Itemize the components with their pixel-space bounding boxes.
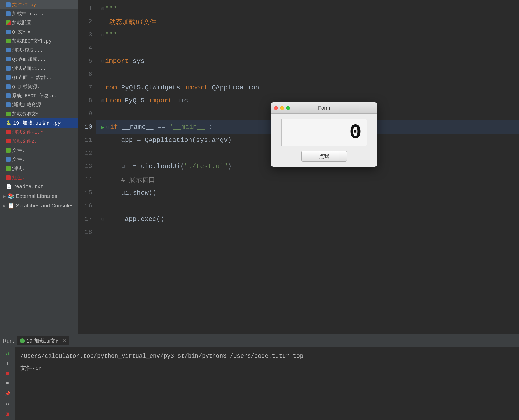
file-icon <box>6 30 11 34</box>
run-tab-icon <box>20 338 25 343</box>
code-line-4 <box>96 41 519 55</box>
close-button[interactable] <box>274 106 278 110</box>
file-icon <box>6 139 11 143</box>
form-titlebar: Form <box>271 102 377 114</box>
sidebar-item-readme[interactable]: 📄 readme.txt <box>0 182 78 191</box>
code-line-17: ⊟ app.exec() <box>96 213 519 226</box>
sidebar-item-24[interactable]: 測試. <box>0 164 78 173</box>
expand-arrow: ▶ <box>3 194 6 199</box>
code-line-7: from PyQt5.QtWidgets import QApplication <box>96 81 519 94</box>
file-icon <box>6 11 11 16</box>
wrap-button[interactable]: ≡ <box>2 380 13 388</box>
sidebar-item-21[interactable]: 加載文件2. <box>0 137 78 146</box>
code-line-3: ⊟ """ <box>96 28 519 41</box>
fold-icon-17: ⊟ <box>101 216 104 222</box>
form-window: Form 0 点我 <box>271 102 377 167</box>
fold-icon-10: ⊟ <box>106 124 109 130</box>
code-lines: ⊟ """ 动态加载ui文件 ⊟ """ ⊟ import <box>96 0 519 334</box>
file-icon <box>6 84 11 89</box>
output-line-2: 文件-pr <box>20 362 514 374</box>
sidebar-item-10[interactable]: Qt加載資源. <box>0 82 78 91</box>
run-tab-bar: Run: 19-加载.ui文件 ✕ <box>0 334 519 347</box>
sidebar-item-22[interactable]: 文件. <box>0 146 78 155</box>
bottom-panel: Run: 19-加载.ui文件 ✕ ↺ ↓ ■ ≡ 📌 ⚙ 🗑 /Users/c… <box>0 334 519 420</box>
sidebar-item-19-selected[interactable]: 🐍 19-加載.ui文件.py <box>0 118 78 128</box>
fold-icon-1: ⊟ <box>101 6 104 11</box>
run-toolbar: ↺ ↓ ■ ≡ 📌 ⚙ 🗑 <box>0 347 15 420</box>
sidebar-item-20[interactable]: 測試文件-1.r <box>0 128 78 137</box>
file-icon <box>6 39 11 43</box>
pin-button[interactable]: 📌 <box>2 390 13 398</box>
sidebar-item-7[interactable]: Qt界面加載... <box>0 55 78 64</box>
lcd-display: 0 <box>281 119 367 146</box>
file-icon <box>6 48 11 52</box>
code-content[interactable]: 1 2 3 4 5 6 7 8 9 10 11 12 13 14 15 16 1… <box>78 0 519 334</box>
output-line-1: /Users/calculator.top/python_virtual_env… <box>20 350 514 362</box>
run-label: Run: <box>3 338 14 344</box>
sidebar-item-6[interactable]: 測試·模塊... <box>0 46 78 55</box>
scroll-down-button[interactable]: ↓ <box>2 359 13 367</box>
sidebar-item-5[interactable]: 加載RECT文件.py <box>0 36 78 46</box>
file-icon <box>6 148 11 153</box>
file-icon <box>6 157 11 162</box>
sidebar-item-11[interactable]: 系統 RECT 信息.r. <box>0 91 78 100</box>
fold-icon-8: ⊟ <box>101 98 104 103</box>
expand-arrow-scratches: ▶ <box>3 203 6 208</box>
code-line-6 <box>96 68 519 81</box>
code-line-1: ⊟ """ <box>96 2 519 15</box>
file-icon <box>6 20 11 25</box>
fold-icon-3: ⊟ <box>101 32 104 38</box>
sidebar: 文件·T.py 加載中·rc.t. 加載配置... Qt文件x. 加載RECT文… <box>0 0 78 334</box>
run-tab[interactable]: 19-加载.ui文件 ✕ <box>17 336 69 345</box>
file-icon <box>6 102 11 107</box>
line-numbers: 1 2 3 4 5 6 7 8 9 10 11 12 13 14 15 16 1… <box>78 0 96 334</box>
sidebar-item-4[interactable]: Qt文件x. <box>0 27 78 36</box>
scratches-section[interactable]: ▶ 📋 Scratches and Consoles <box>0 201 78 211</box>
file-icon <box>6 112 11 116</box>
file-icon <box>6 75 11 80</box>
file-icon <box>6 93 11 98</box>
file-icon <box>6 66 11 71</box>
stop-button[interactable]: ■ <box>2 369 13 377</box>
code-line-2: 动态加载ui文件 <box>96 15 519 28</box>
external-libraries-section[interactable]: ▶ 📚 External Libraries <box>0 191 78 201</box>
file-icon <box>6 57 11 61</box>
maximize-button[interactable] <box>286 106 290 110</box>
run-arrow: ▶ <box>101 124 104 130</box>
fold-icon-5: ⊟ <box>101 58 104 64</box>
code-line-14: # 展示窗口 <box>96 173 519 186</box>
code-line-5: ⊟ import sys <box>96 55 519 68</box>
scratches-label: Scratches and Consoles <box>16 203 74 209</box>
editor-area: 1 2 3 4 5 6 7 8 9 10 11 12 13 14 15 16 1… <box>78 0 519 334</box>
sidebar-item-13[interactable]: 加載資源文件. <box>0 109 78 118</box>
external-libraries-label: External Libraries <box>16 193 57 199</box>
file-icon <box>6 130 11 134</box>
form-body: 0 点我 <box>271 114 377 167</box>
file-icon <box>6 166 11 171</box>
txt-icon: 📄 <box>6 184 12 190</box>
sidebar-item-25[interactable]: 紅色. <box>0 173 78 182</box>
main-layout: 文件·T.py 加載中·rc.t. 加載配置... Qt文件x. 加載RECT文… <box>0 0 519 334</box>
run-output: /Users/calculator.top/python_virtual_env… <box>15 347 519 420</box>
code-line-18 <box>96 226 519 239</box>
sidebar-item-9[interactable]: QT界面 + 設計... <box>0 73 78 82</box>
file-icon <box>6 175 11 180</box>
form-title: Form <box>318 105 330 111</box>
sidebar-item-23[interactable]: 文件. <box>0 155 78 164</box>
run-panel: ↺ ↓ ■ ≡ 📌 ⚙ 🗑 /Users/calculator.top/pyth… <box>0 347 519 420</box>
lcd-value: 0 <box>349 122 362 143</box>
close-tab-button[interactable]: ✕ <box>63 338 66 344</box>
sidebar-item-2[interactable]: 加載中·rc.t. <box>0 9 78 18</box>
delete-button[interactable]: 🗑 <box>2 410 13 418</box>
restart-button[interactable]: ↺ <box>2 349 13 357</box>
code-line-16 <box>96 199 519 213</box>
sidebar-item-8[interactable]: 測試界面11... <box>0 64 78 73</box>
window-buttons <box>274 106 290 110</box>
sidebar-item-1[interactable]: 文件·T.py <box>0 0 78 9</box>
settings-button[interactable]: ⚙ <box>2 400 13 408</box>
sidebar-item-3[interactable]: 加載配置... <box>0 18 78 27</box>
minimize-button[interactable] <box>280 106 284 110</box>
code-line-15: ui.show() <box>96 186 519 199</box>
sidebar-item-12[interactable]: 測試加載資源. <box>0 100 78 109</box>
click-me-button[interactable]: 点我 <box>301 151 347 162</box>
